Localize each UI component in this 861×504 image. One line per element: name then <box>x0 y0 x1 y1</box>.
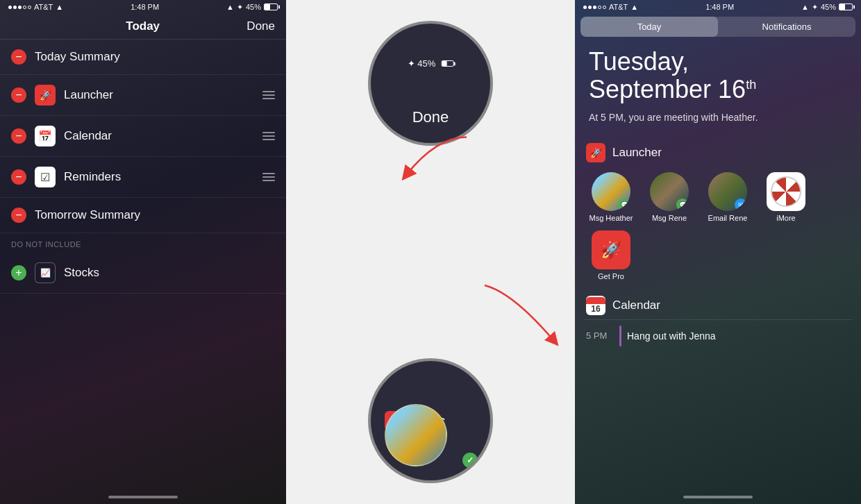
tab-today[interactable]: Today <box>580 17 718 37</box>
contact-name: Email Rene <box>708 214 748 222</box>
widget-name: Reminders <box>64 170 254 184</box>
signal-dot-r1 <box>583 6 587 9</box>
status-bar-right: AT&T ▲ 1:48 PM ▲ ✦ 45% <box>575 0 861 14</box>
calendar-widget: 16 Calendar 5 PM Hang out with Jenna <box>575 289 861 352</box>
calendar-widget-name: Calendar <box>612 299 660 312</box>
list-item[interactable]: iMore <box>761 172 811 222</box>
date-weekday: Tuesday, <box>589 48 847 76</box>
get-pro-item[interactable]: 🚀 Get Pro <box>586 230 636 280</box>
signal-dot-r3 <box>593 6 596 9</box>
event-time: 5 PM <box>586 330 614 341</box>
signal-dot-3 <box>18 6 22 9</box>
zoom-circle-bottom: 🚀 Launc ✓ <box>368 358 493 483</box>
date-month-day: September 16th <box>589 76 847 103</box>
remove-button[interactable]: − <box>11 87 26 103</box>
cal-icon-top <box>586 297 605 304</box>
wifi-icon-right: ▲ <box>630 3 638 11</box>
home-indicator <box>108 496 178 498</box>
widget-list: − Today Summary − 🚀 Launcher − 📅 Calenda… <box>0 40 286 294</box>
battery-icon <box>264 3 278 10</box>
date-section: Tuesday, September 16th At 5 PM, you are… <box>575 37 861 133</box>
signal-dots <box>8 6 31 9</box>
get-pro-icon: 🚀 <box>592 230 630 269</box>
status-right-left: AT&T ▲ <box>583 3 638 11</box>
bluetooth-icon: ✦ <box>237 3 243 12</box>
carrier-label: AT&T <box>34 3 53 11</box>
nav-done-button[interactable]: Done <box>246 19 275 33</box>
widget-name: Stocks <box>64 266 275 280</box>
contact-photo-heather: 💬 <box>592 172 630 211</box>
zoom-circle-top: ✦ 45% Done <box>368 21 493 146</box>
signal-dot-r5 <box>603 6 606 9</box>
contact-name: Msg Rene <box>652 214 687 222</box>
contact-name: Msg Heather <box>590 214 633 222</box>
contact-photo-rene2: ✉ <box>708 172 747 211</box>
tabs-bar: Today Notifications <box>580 17 855 37</box>
widget-name: Tomorrow Summary <box>35 208 275 222</box>
status-right-info: ▲ ✦ 45% <box>226 3 278 12</box>
event-title: Hang out with Jenna <box>627 330 716 342</box>
red-arrow-top <box>376 128 467 191</box>
launcher-icon: 🚀 <box>35 85 56 106</box>
list-item[interactable]: 💬 Msg Heather <box>586 172 636 222</box>
safari-icon <box>767 172 805 211</box>
drag-handle[interactable] <box>262 173 275 181</box>
carrier-label-right: AT&T <box>609 3 628 11</box>
list-item: 5 PM Hang out with Jenna <box>583 319 853 352</box>
signal-dot-r2 <box>588 6 592 9</box>
message-badge: ✓ <box>462 453 478 468</box>
contact-photo-img <box>386 405 446 465</box>
list-item[interactable]: ✉ Email Rene <box>703 172 753 222</box>
signal-dots-right <box>583 6 606 9</box>
launcher-header: 🚀 Launcher <box>583 136 853 169</box>
zoom-contact-photo <box>385 404 447 467</box>
bluetooth-icon-right: ✦ <box>812 3 818 12</box>
battery-fill-right <box>839 4 845 10</box>
widget-name: Today Summary <box>35 50 275 64</box>
widget-name: Calendar <box>64 129 254 143</box>
battery-icon-right <box>839 3 853 10</box>
middle-panel: ✦ 45% Done 🚀 <box>286 0 575 504</box>
zoom-done-label: Done <box>412 108 449 126</box>
calendar-icon: 📅 <box>35 126 56 146</box>
launcher-widget: 🚀 Launcher 💬 Msg Heather <box>575 136 861 286</box>
signal-dot-r4 <box>598 6 601 9</box>
time-label-right: 1:48 PM <box>705 3 734 11</box>
remove-button[interactable]: − <box>11 128 26 144</box>
battery-fill <box>265 4 270 10</box>
drag-handle[interactable] <box>262 91 275 99</box>
list-item: − Today Summary <box>0 40 286 75</box>
time-label: 1:48 PM <box>131 3 159 11</box>
event-bar <box>619 326 621 346</box>
list-item: − 📅 Calendar <box>0 116 286 157</box>
battery-label: 45% <box>246 3 261 11</box>
nav-title: Today <box>39 19 246 33</box>
remove-button[interactable]: − <box>11 49 26 65</box>
signal-dot-5 <box>28 6 31 9</box>
location-icon: ▲ <box>226 3 234 11</box>
add-button[interactable]: + <box>11 265 26 280</box>
location-icon-right: ▲ <box>801 3 809 11</box>
left-panel: AT&T ▲ 1:48 PM ▲ ✦ 45% Today Done − Toda… <box>0 0 286 504</box>
tab-notifications[interactable]: Notifications <box>718 17 855 37</box>
contact-name: iMore <box>776 214 796 222</box>
launcher-widget-icon: 🚀 <box>586 143 605 162</box>
nav-bar-left: Today Done <box>0 14 286 40</box>
battery-pct-right: 45% <box>821 3 836 11</box>
section-header: DO NOT INCLUDE <box>0 233 286 253</box>
list-item: − Tomorrow Summary <box>0 198 286 233</box>
red-arrow-bottom <box>471 278 568 362</box>
remove-button[interactable]: − <box>11 208 26 223</box>
signal-dot-2 <box>13 6 17 9</box>
list-item[interactable]: 💬 Msg Rene <box>644 172 694 222</box>
right-panel: AT&T ▲ 1:48 PM ▲ ✦ 45% Today Notificatio… <box>575 0 861 504</box>
signal-dot-4 <box>23 6 26 9</box>
calendar-header: 16 Calendar <box>583 289 853 319</box>
zoom-battery-text: ✦ 45% <box>408 58 436 69</box>
status-icons-right: ▲ ✦ 45% <box>801 3 853 12</box>
signal-dot-1 <box>8 6 12 9</box>
list-item: − ☑ Reminders <box>0 157 286 198</box>
drag-handle[interactable] <box>262 132 275 140</box>
status-left-left: AT&T ▲ <box>8 3 63 11</box>
remove-button[interactable]: − <box>11 169 26 185</box>
